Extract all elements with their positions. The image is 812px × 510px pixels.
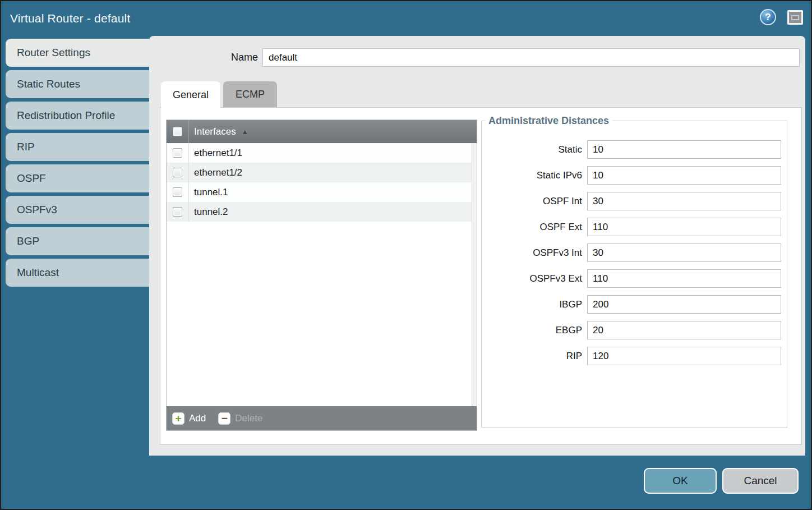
delete-minus-icon: − xyxy=(218,412,230,425)
interface-name: ethernet1/2 xyxy=(189,167,242,178)
table-row[interactable]: tunnel.1 xyxy=(167,182,477,202)
help-icon[interactable]: ? xyxy=(760,9,776,25)
sidebar-item-label: OSPFv3 xyxy=(17,204,57,216)
row-checkbox[interactable] xyxy=(173,187,182,197)
name-label: Name xyxy=(174,48,258,67)
sidebar-item-label: Router Settings xyxy=(17,47,90,59)
general-tab-panel: Interfaces ▲ ethernet1/1 ethernet1/2 xyxy=(160,107,802,445)
field-ospfv3-int: OSPFv3 Int xyxy=(482,243,781,262)
ospfv3-ext-input[interactable] xyxy=(587,269,781,288)
ebgp-label: EBGP xyxy=(482,321,587,339)
row-checkbox-cell xyxy=(167,202,189,222)
tab-general-label: General xyxy=(173,89,209,101)
row-checkbox[interactable] xyxy=(173,168,182,177)
interfaces-column-header[interactable]: Interfaces xyxy=(189,126,236,137)
ospfv3-int-label: OSPFv3 Int xyxy=(482,243,587,262)
ibgp-label: IBGP xyxy=(482,295,587,314)
row-checkbox-cell xyxy=(167,143,189,163)
field-rip: RIP xyxy=(482,347,781,365)
add-plus-icon: + xyxy=(172,412,184,425)
sidebar-item-redistribution-profile[interactable]: Redistribution Profile xyxy=(6,102,149,130)
static-ipv6-input[interactable] xyxy=(587,166,781,185)
add-button-label: Add xyxy=(189,413,206,424)
interfaces-table-header[interactable]: Interfaces ▲ xyxy=(167,120,477,143)
field-ospf-ext: OSPF Ext xyxy=(482,218,781,236)
content-area: Name General ECMP Interfaces ▲ xyxy=(149,36,805,456)
field-ebgp: EBGP xyxy=(482,321,781,339)
sort-ascending-icon[interactable]: ▲ xyxy=(242,128,248,136)
interface-name: ethernet1/1 xyxy=(189,148,242,159)
sidebar: Router Settings Static Routes Redistribu… xyxy=(6,39,149,290)
ospfv3-ext-label: OSPFv3 Ext xyxy=(482,269,587,288)
interface-name: tunnel.1 xyxy=(189,187,228,198)
field-ospfv3-ext: OSPFv3 Ext xyxy=(482,269,781,288)
administrative-distances-group: Administrative Distances Static Static I… xyxy=(481,115,787,428)
interfaces-table-footer: + Add − Delete xyxy=(167,406,477,430)
field-static: Static xyxy=(482,140,781,159)
table-empty-area xyxy=(167,222,477,406)
tab-ecmp[interactable]: ECMP xyxy=(223,81,277,107)
tab-ecmp-label: ECMP xyxy=(236,89,265,100)
tab-general[interactable]: General xyxy=(161,81,220,108)
field-ibgp: IBGP xyxy=(482,295,781,314)
sidebar-item-static-routes[interactable]: Static Routes xyxy=(6,70,149,98)
interfaces-table: Interfaces ▲ ethernet1/1 ethernet1/2 xyxy=(166,120,477,431)
static-ipv6-label: Static IPv6 xyxy=(482,166,587,185)
rip-label: RIP xyxy=(482,347,587,365)
sidebar-item-multicast[interactable]: Multicast xyxy=(6,259,149,287)
ospf-int-label: OSPF Int xyxy=(482,192,587,210)
static-input[interactable] xyxy=(587,140,781,159)
name-input[interactable] xyxy=(262,48,800,67)
dialog-title: Virtual Router - default xyxy=(10,1,131,36)
maximize-window-icon-inner xyxy=(791,15,799,20)
sidebar-item-label: OSPF xyxy=(17,172,46,185)
ok-button-label: OK xyxy=(672,475,688,487)
row-checkbox-cell xyxy=(167,163,189,182)
sidebar-item-label: Redistribution Profile xyxy=(17,109,115,122)
virtual-router-dialog: Virtual Router - default ? Router Settin… xyxy=(0,0,812,510)
sidebar-item-bgp[interactable]: BGP xyxy=(6,227,149,255)
interface-name: tunnel.2 xyxy=(189,206,228,218)
administrative-distances-fields: Static Static IPv6 OSPF Int OSPF Ext xyxy=(482,140,787,365)
table-row[interactable]: ethernet1/1 xyxy=(167,143,477,163)
add-button[interactable]: + Add xyxy=(172,412,206,425)
sidebar-item-label: BGP xyxy=(17,235,39,247)
cancel-button-label: Cancel xyxy=(744,475,777,487)
row-checkbox[interactable] xyxy=(173,207,182,217)
titlebar: Virtual Router - default ? xyxy=(1,1,811,36)
cancel-button[interactable]: Cancel xyxy=(722,468,799,494)
row-checkbox-cell xyxy=(167,182,189,202)
sidebar-item-router-settings[interactable]: Router Settings xyxy=(6,39,149,67)
static-label: Static xyxy=(482,140,587,159)
delete-button-label: Delete xyxy=(235,413,262,424)
ospf-int-input[interactable] xyxy=(587,192,781,210)
administrative-distances-title: Administrative Distances xyxy=(485,115,612,127)
ospf-ext-label: OSPF Ext xyxy=(482,218,587,236)
ok-button[interactable]: OK xyxy=(644,468,717,494)
ospf-ext-input[interactable] xyxy=(587,218,781,236)
field-static-ipv6: Static IPv6 xyxy=(482,166,781,185)
select-all-checkbox[interactable] xyxy=(173,127,182,136)
help-glyph: ? xyxy=(765,12,771,23)
rip-input[interactable] xyxy=(587,347,781,365)
sidebar-item-rip[interactable]: RIP xyxy=(6,133,149,161)
select-all-column xyxy=(167,120,189,143)
sidebar-item-label: Multicast xyxy=(17,267,59,279)
ebgp-input[interactable] xyxy=(587,321,781,339)
ibgp-input[interactable] xyxy=(587,295,781,314)
table-row[interactable]: ethernet1/2 xyxy=(167,163,477,182)
ospfv3-int-input[interactable] xyxy=(587,243,781,262)
maximize-window-icon[interactable] xyxy=(787,10,803,25)
sidebar-item-ospf[interactable]: OSPF xyxy=(6,164,149,192)
sidebar-item-label: RIP xyxy=(17,141,35,153)
table-row[interactable]: tunnel.2 xyxy=(167,202,477,222)
row-checkbox[interactable] xyxy=(173,148,182,158)
delete-button[interactable]: − Delete xyxy=(218,412,262,425)
table-scrollbar[interactable] xyxy=(472,143,477,406)
sidebar-item-label: Static Routes xyxy=(17,78,80,90)
field-ospf-int: OSPF Int xyxy=(482,192,781,210)
sidebar-item-ospfv3[interactable]: OSPFv3 xyxy=(6,196,149,224)
